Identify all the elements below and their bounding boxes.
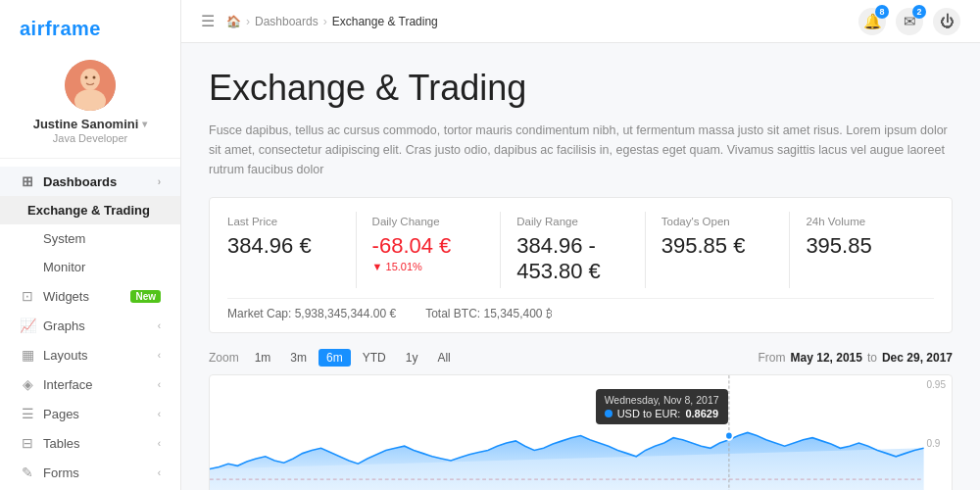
stat-24h-volume: 24h Volume 395.85: [790, 212, 934, 288]
tooltip-price: 0.8629: [685, 408, 718, 419]
widgets-icon: ⊡: [20, 288, 35, 304]
sidebar-item-label: Dashboards: [43, 174, 117, 189]
zoom-ytd[interactable]: YTD: [355, 349, 394, 367]
nav-menu: ⊞ Dashboards › Exchange & Trading System…: [0, 159, 180, 490]
svg-point-4: [93, 76, 96, 79]
breadcrumb: 🏠 › Dashboards › Exchange & Trading: [226, 15, 853, 28]
sidebar-item-label: Pages: [43, 407, 79, 421]
chart-from-date: May 12, 2015: [791, 351, 862, 365]
chart-to-date: Dec 29, 2017: [882, 351, 953, 365]
sidebar-item-label: Tables: [43, 436, 80, 451]
sidebar-item-exchange[interactable]: Exchange & Trading: [0, 196, 180, 224]
stat-todays-open-label: Today's Open: [662, 216, 774, 227]
tables-icon: ⊟: [20, 435, 35, 451]
sidebar-item-label: Widgets: [43, 289, 89, 304]
main-content: ☰ 🏠 › Dashboards › Exchange & Trading 🔔 …: [181, 0, 980, 490]
stats-row: Last Price 384.96 € Daily Change -68.04 …: [227, 212, 934, 288]
layouts-icon: ▦: [20, 347, 35, 363]
power-button[interactable]: ⏻: [933, 8, 960, 35]
stat-24h-volume-label: 24h Volume: [806, 216, 918, 227]
tooltip-value: USD to EUR: 0.8629: [605, 408, 719, 419]
chart-controls: Zoom 1m 3m 6m YTD 1y All From May 12, 20…: [209, 349, 953, 367]
messages-button[interactable]: ✉ 2: [896, 8, 923, 35]
stats-card: Last Price 384.96 € Daily Change -68.04 …: [209, 197, 953, 333]
home-icon[interactable]: 🏠: [226, 15, 241, 28]
chevron-icon: ‹: [158, 320, 161, 331]
tooltip-label: USD to EUR:: [617, 408, 681, 419]
sidebar-item-forms[interactable]: ✎ Forms ‹: [0, 458, 180, 487]
stat-daily-change-value: -68.04 €: [372, 233, 485, 259]
sidebar-item-pages[interactable]: ☰ Pages ‹: [0, 399, 180, 428]
chevron-icon: ›: [158, 176, 161, 187]
menu-toggle-icon[interactable]: ☰: [201, 12, 215, 30]
chevron-icon: ‹: [158, 409, 161, 419]
chart-date-range: From May 12, 2015 to Dec 29, 2017: [759, 351, 953, 365]
zoom-1y[interactable]: 1y: [398, 349, 426, 367]
sidebar-item-layouts[interactable]: ▦ Layouts ‹: [0, 340, 180, 369]
sidebar-item-monitor[interactable]: Monitor: [0, 253, 180, 281]
zoom-label: Zoom: [209, 351, 239, 365]
tooltip-dot: [605, 410, 612, 417]
sidebar-item-label: Forms: [43, 466, 79, 480]
stat-daily-change-label: Daily Change: [372, 216, 485, 227]
svg-point-1: [80, 69, 100, 90]
stat-last-price-value: 384.96 €: [227, 233, 340, 259]
stat-todays-open: Today's Open 395.85 €: [646, 212, 791, 288]
sidebar-item-label: System: [43, 231, 85, 246]
chevron-icon: ‹: [158, 379, 161, 390]
sidebar-item-label: Interface: [43, 377, 93, 392]
market-cap: Market Cap: 5,938,345,344.00 €: [227, 307, 396, 320]
zoom-3m[interactable]: 3m: [282, 349, 315, 367]
svg-point-7: [725, 432, 733, 440]
chart-from-label: From: [759, 351, 786, 365]
sidebar-item-interface[interactable]: ◈ Interface ‹: [0, 369, 180, 399]
topbar: ☰ 🏠 › Dashboards › Exchange & Trading 🔔 …: [181, 0, 980, 43]
pages-icon: ☰: [20, 406, 35, 421]
stat-daily-change-sub: ▼ 15.01%: [372, 261, 485, 272]
topbar-icons: 🔔 8 ✉ 2 ⏻: [858, 8, 960, 35]
sidebar-item-label: Layouts: [43, 348, 88, 363]
stats-footer: Market Cap: 5,938,345,344.00 € Total BTC…: [227, 298, 934, 320]
sidebar-item-tables[interactable]: ⊟ Tables ‹: [0, 428, 180, 458]
breadcrumb-dashboards[interactable]: Dashboards: [255, 15, 318, 28]
sidebar-item-label: Graphs: [43, 318, 85, 333]
user-role: Java Developer: [53, 132, 127, 144]
zoom-all[interactable]: All: [429, 349, 458, 367]
total-btc: Total BTC: 15,345,400 ₿: [425, 307, 553, 320]
sidebar-item-graphs[interactable]: 📈 Graphs ‹: [0, 311, 180, 340]
avatar: [65, 60, 116, 111]
sidebar-item-label: Monitor: [43, 260, 85, 274]
breadcrumb-sep: ›: [246, 15, 250, 28]
zoom-6m[interactable]: 6m: [318, 349, 351, 367]
stat-daily-range: Daily Range 384.96 - 453.80 €: [501, 212, 646, 288]
chevron-icon: ‹: [158, 467, 161, 478]
power-icon: ⏻: [940, 13, 955, 29]
avatar-circle: [65, 60, 116, 111]
page-body: Exchange & Trading Fusce dapibus, tellus…: [181, 43, 980, 490]
username: Justine Sanomini ▾: [33, 117, 148, 131]
notifications-button[interactable]: 🔔 8: [858, 8, 886, 35]
svg-point-3: [85, 76, 88, 79]
stat-24h-volume-value: 395.85: [806, 233, 918, 259]
breadcrumb-sep2: ›: [323, 15, 327, 28]
page-title: Exchange & Trading: [209, 67, 953, 109]
sidebar-item-dashboards[interactable]: ⊞ Dashboards ›: [0, 167, 180, 196]
breadcrumb-current: Exchange & Trading: [332, 15, 438, 28]
tooltip-date: Wednesday, Nov 8, 2017: [605, 394, 719, 406]
zoom-1m[interactable]: 1m: [247, 349, 279, 367]
sidebar-item-widgets[interactable]: ⊡ Widgets New: [0, 281, 180, 311]
dashboards-icon: ⊞: [20, 173, 35, 189]
sidebar: airframe Justine Sanomini ▾ Java Develop…: [0, 0, 181, 490]
forms-icon: ✎: [20, 465, 35, 480]
chart-tooltip: Wednesday, Nov 8, 2017 USD to EUR: 0.862…: [596, 389, 728, 424]
stat-last-price: Last Price 384.96 €: [227, 212, 357, 288]
notifications-badge: 8: [875, 5, 889, 19]
chevron-icon: ‹: [158, 350, 161, 361]
chart-y-labels: 0.95 0.9 0.85: [927, 375, 946, 490]
page-description: Fusce dapibus, tellus ac cursus commodo,…: [209, 121, 953, 179]
stat-todays-open-value: 395.85 €: [662, 233, 774, 259]
sidebar-item-system[interactable]: System: [0, 224, 180, 253]
user-profile: Justine Sanomini ▾ Java Developer: [0, 52, 180, 159]
stat-daily-range-value: 384.96 - 453.80 €: [516, 233, 629, 284]
interface-icon: ◈: [20, 376, 35, 392]
